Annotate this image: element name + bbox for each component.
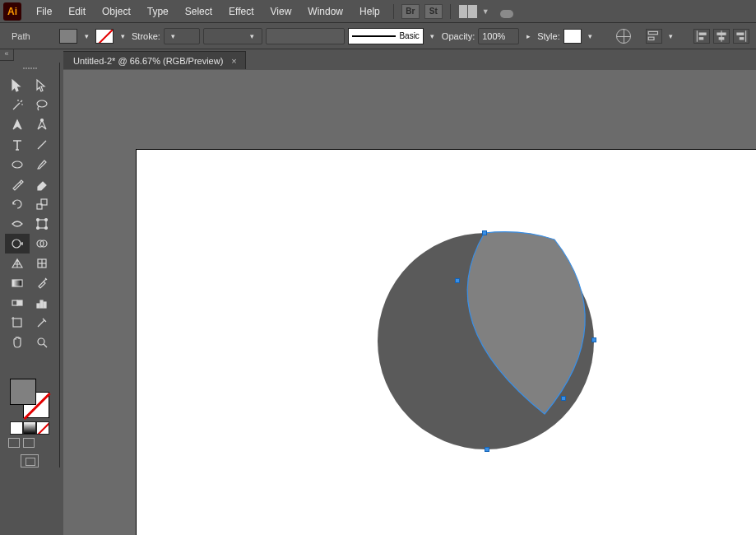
- lasso-tool[interactable]: [30, 95, 54, 115]
- anchor-point[interactable]: [485, 447, 489, 452]
- svg-point-18: [37, 219, 39, 221]
- chevron-down-icon[interactable]: ▾: [81, 29, 92, 44]
- separator: [450, 4, 451, 19]
- stepper-icon[interactable]: ▾: [168, 29, 179, 44]
- canvas-area[interactable]: [63, 70, 756, 535]
- anchor-point[interactable]: [591, 337, 596, 342]
- zoom-tool[interactable]: [30, 333, 54, 352]
- draw-normal[interactable]: [8, 438, 20, 448]
- hand-tool[interactable]: [5, 333, 30, 352]
- recolor-artwork-icon[interactable]: [616, 29, 631, 44]
- chevron-down-icon[interactable]: ▾: [666, 29, 677, 44]
- stock-button[interactable]: St: [424, 4, 443, 19]
- menu-help[interactable]: Help: [351, 0, 388, 23]
- color-mode-row: [0, 421, 59, 435]
- shape-builder-tool[interactable]: [30, 234, 54, 254]
- svg-rect-31: [37, 304, 39, 308]
- direct-selection-tool[interactable]: [30, 76, 54, 95]
- svg-point-11: [37, 100, 47, 107]
- selected-shape[interactable]: [456, 233, 596, 417]
- panel-collapse-button[interactable]: «: [0, 49, 14, 61]
- svg-point-37: [38, 338, 44, 345]
- menu-type[interactable]: Type: [139, 0, 177, 23]
- draw-behind[interactable]: [23, 438, 35, 448]
- color-mode-none[interactable]: [36, 421, 49, 435]
- menu-window[interactable]: Window: [299, 0, 351, 23]
- menu-view[interactable]: View: [262, 0, 300, 23]
- warp-tool[interactable]: [5, 234, 30, 254]
- arrange-documents-button[interactable]: [459, 5, 477, 18]
- screen-mode-button[interactable]: [21, 454, 39, 468]
- eraser-tool[interactable]: [30, 174, 54, 194]
- menu-edit[interactable]: Edit: [60, 0, 94, 23]
- gpu-performance-icon[interactable]: [498, 5, 516, 18]
- bridge-button[interactable]: Br: [401, 4, 420, 19]
- svg-rect-3: [699, 32, 707, 35]
- type-tool[interactable]: [5, 135, 30, 155]
- scale-tool[interactable]: [30, 194, 54, 214]
- graphic-style-swatch[interactable]: [564, 29, 582, 44]
- stroke-weight-field[interactable]: ▾: [164, 28, 200, 44]
- menu-effect[interactable]: Effect: [220, 0, 262, 23]
- menu-file[interactable]: File: [28, 0, 60, 23]
- brush-definition[interactable]: Basic: [348, 28, 424, 44]
- svg-point-14: [12, 161, 22, 168]
- width-tool[interactable]: [5, 214, 30, 234]
- chevron-down-icon[interactable]: ▾: [427, 29, 438, 44]
- rotate-tool[interactable]: [5, 194, 30, 214]
- svg-rect-33: [44, 302, 46, 308]
- artboard[interactable]: [136, 149, 756, 535]
- brush-name: Basic: [399, 31, 419, 40]
- menu-select[interactable]: Select: [177, 0, 220, 23]
- curvature-tool[interactable]: [30, 115, 54, 135]
- paintbrush-tool[interactable]: [30, 155, 54, 174]
- color-mode-solid[interactable]: [10, 421, 23, 435]
- ellipse-tool[interactable]: [5, 155, 30, 174]
- pen-tool[interactable]: [5, 115, 30, 135]
- svg-rect-32: [40, 300, 43, 308]
- brush-definition-field[interactable]: [266, 28, 345, 44]
- toolbox: [0, 63, 60, 468]
- close-icon[interactable]: ×: [231, 56, 236, 66]
- selection-type-label: Path: [7, 31, 56, 41]
- free-transform-tool[interactable]: [30, 214, 54, 234]
- mesh-tool[interactable]: [30, 254, 54, 273]
- fill-swatch[interactable]: [59, 29, 77, 44]
- blend-tool[interactable]: [5, 293, 30, 313]
- anchor-point[interactable]: [482, 230, 487, 235]
- menu-object[interactable]: Object: [94, 0, 139, 23]
- svg-rect-30: [17, 300, 22, 305]
- anchor-point[interactable]: [455, 278, 460, 283]
- opacity-flyout[interactable]: ▸: [522, 29, 534, 44]
- align-left-button[interactable]: [693, 29, 710, 44]
- color-mode-gradient[interactable]: [23, 421, 36, 435]
- magic-wand-tool[interactable]: [5, 95, 30, 115]
- align-panel-button[interactable]: [646, 29, 662, 44]
- eyedropper-tool[interactable]: [30, 273, 54, 293]
- stroke-swatch[interactable]: [95, 29, 114, 44]
- gradient-tool[interactable]: [5, 273, 30, 293]
- pencil-tool[interactable]: [5, 174, 30, 194]
- column-graph-tool[interactable]: [30, 293, 54, 313]
- document-tab-title: Untitled-2* @ 66.67% (RGB/Preview): [73, 56, 223, 66]
- variable-width-profile[interactable]: ▾: [203, 28, 262, 44]
- fill-color-swatch[interactable]: [10, 379, 36, 405]
- line-tool[interactable]: [30, 135, 54, 155]
- slice-tool[interactable]: [30, 313, 54, 333]
- brush-stroke-icon: [352, 35, 397, 37]
- document-tab[interactable]: Untitled-2* @ 66.67% (RGB/Preview) ×: [63, 51, 246, 69]
- align-right-button[interactable]: [733, 29, 749, 44]
- perspective-tool[interactable]: [5, 254, 30, 273]
- anchor-point[interactable]: [561, 396, 566, 401]
- opacity-field[interactable]: 100%: [478, 28, 519, 44]
- panel-grip[interactable]: [0, 67, 59, 74]
- chevron-down-icon[interactable]: ▾: [585, 29, 596, 44]
- document-tab-row: Untitled-2* @ 66.67% (RGB/Preview) ×: [63, 49, 756, 69]
- artboard-tool[interactable]: [5, 313, 30, 333]
- selection-tool[interactable]: [5, 76, 30, 95]
- svg-line-38: [44, 344, 47, 347]
- align-center-button[interactable]: [713, 29, 730, 44]
- stroke-label: Stroke:: [132, 31, 160, 41]
- fill-stroke-swatches[interactable]: [10, 379, 49, 418]
- chevron-down-icon[interactable]: ▾: [117, 29, 128, 44]
